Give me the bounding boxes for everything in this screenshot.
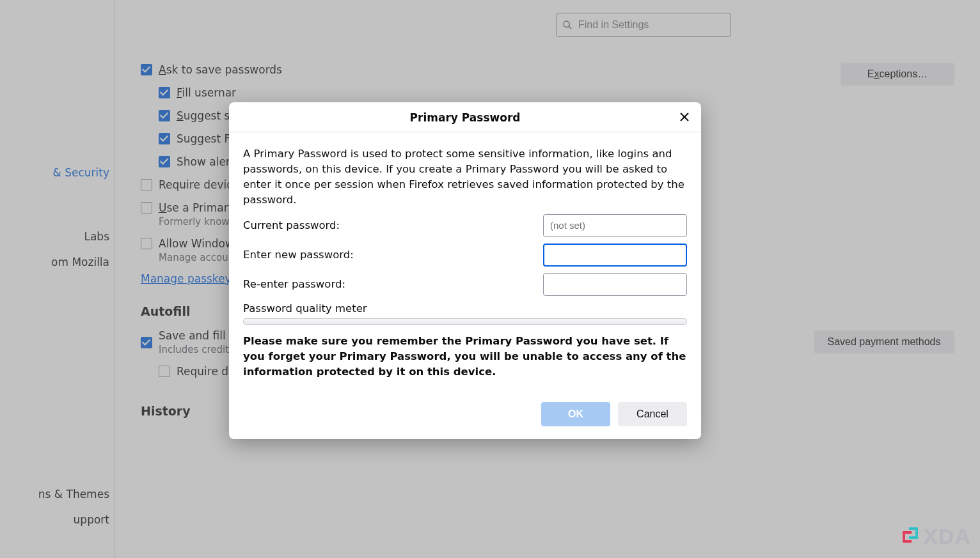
- xda-logo-icon: [903, 527, 922, 546]
- close-button[interactable]: [677, 109, 692, 125]
- label-new-password: Enter new password:: [243, 249, 543, 261]
- xda-watermark: XDA: [903, 524, 971, 549]
- dialog-title: Primary Password: [410, 111, 521, 124]
- modal-overlay: Primary Password A Primary Password is u…: [0, 0, 980, 558]
- label-quality-meter: Password quality meter: [243, 302, 687, 314]
- input-new-password[interactable]: [543, 244, 687, 267]
- dialog-description: A Primary Password is used to protect so…: [243, 146, 687, 208]
- label-current-password: Current password:: [243, 219, 543, 231]
- cancel-button[interactable]: Cancel: [618, 402, 687, 426]
- label-reenter-password: Re-enter password:: [243, 278, 543, 290]
- dialog-warning: Please make sure you remember the Primar…: [243, 334, 687, 380]
- close-icon: [679, 112, 690, 122]
- password-quality-meter: [243, 318, 687, 325]
- input-reenter-password[interactable]: [543, 273, 687, 296]
- ok-button[interactable]: OK: [541, 402, 610, 426]
- primary-password-dialog: Primary Password A Primary Password is u…: [229, 102, 701, 439]
- input-current-password: [543, 214, 687, 237]
